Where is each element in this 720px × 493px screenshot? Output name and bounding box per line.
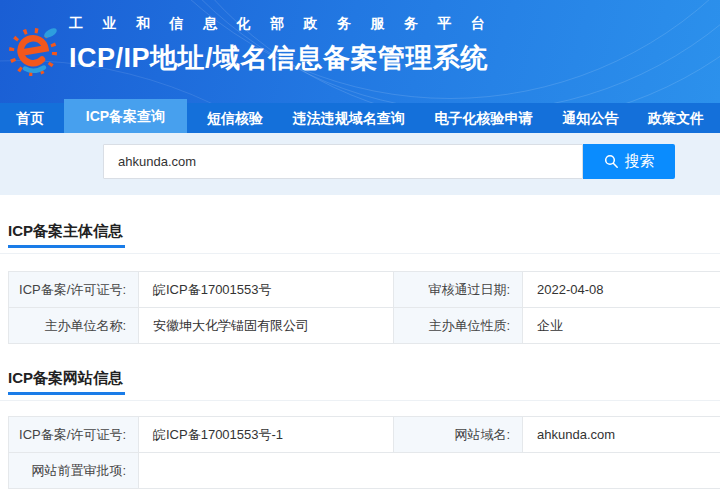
nav-item-policy-documents[interactable]: 政策文件 (638, 103, 714, 133)
table-row: ICP备案/许可证号: 皖ICP备17001553号-1 网站域名: ahkun… (9, 417, 720, 453)
masthead-titles: 工业和信息化部政务服务平台 ICP/IP地址/域名信息备案管理系统 (69, 15, 505, 76)
table-row: ICP备案/许可证号: 皖ICP备17001553号 审核通过日期: 2022-… (9, 272, 720, 308)
field-value-website-icp-license: 皖ICP备17001553号-1 (139, 417, 394, 453)
page: 工业和信息化部政务服务平台 ICP/IP地址/域名信息备案管理系统 首页 ICP… (0, 0, 720, 489)
system-title: ICP/IP地址/域名信息备案管理系统 (69, 40, 505, 76)
nav-item-icp-record-query[interactable]: ICP备案查询 (64, 99, 187, 133)
subject-section-title: ICP备案主体信息 (8, 222, 125, 248)
subject-info-table: ICP备案/许可证号: 皖ICP备17001553号 审核通过日期: 2022-… (8, 271, 720, 344)
field-value-website-domain: ahkunda.com (523, 417, 720, 453)
magnifier-icon (604, 154, 619, 169)
field-value-organizer-nature: 企业 (523, 308, 720, 344)
field-value-review-date: 2022-04-08 (523, 272, 720, 308)
website-info-table: ICP备案/许可证号: 皖ICP备17001553号-1 网站域名: ahkun… (8, 416, 720, 489)
search-input[interactable] (103, 144, 583, 179)
field-label-icp-license: ICP备案/许可证号: (9, 272, 139, 308)
nav-item-home[interactable]: 首页 (6, 103, 54, 133)
table-row: 网站前置审批项: (9, 453, 720, 489)
platform-title: 工业和信息化部政务服务平台 (69, 15, 505, 33)
miit-gear-e-logo-icon (8, 22, 60, 80)
nav-item-sms-verification[interactable]: 短信核验 (197, 103, 273, 133)
nav-item-illegal-domain-query[interactable]: 违法违规域名查询 (283, 103, 415, 133)
field-label-organizer-nature: 主办单位性质: (394, 308, 523, 344)
field-label-pre-approval-item: 网站前置审批项: (9, 453, 139, 489)
field-label-review-date: 审核通过日期: (394, 272, 523, 308)
website-section-title: ICP备案网站信息 (8, 369, 125, 395)
field-label-website-domain: 网站域名: (394, 417, 523, 453)
website-section-head: ICP备案网站信息 (0, 344, 720, 401)
main-nav: 首页 ICP备案查询 短信核验 违法违规域名查询 电子化核验申请 通知公告 政策… (0, 103, 720, 133)
field-value-icp-license: 皖ICP备17001553号 (139, 272, 394, 308)
field-value-pre-approval-item (139, 453, 720, 489)
field-label-organizer-name: 主办单位名称: (9, 308, 139, 344)
field-value-organizer-name: 安徽坤大化学锚固有限公司 (139, 308, 394, 344)
search-band: 搜索 (0, 133, 720, 195)
table-row: 主办单位名称: 安徽坤大化学锚固有限公司 主办单位性质: 企业 (9, 308, 720, 344)
field-label-website-icp-license: ICP备案/许可证号: (9, 417, 139, 453)
subject-section-head: ICP备案主体信息 (0, 195, 720, 254)
search-button[interactable]: 搜索 (583, 144, 675, 179)
nav-item-notices[interactable]: 通知公告 (552, 103, 628, 133)
site-header: 工业和信息化部政务服务平台 ICP/IP地址/域名信息备案管理系统 (0, 0, 720, 103)
search-button-label: 搜索 (625, 152, 655, 171)
main-content: ICP备案主体信息 ICP备案/许可证号: 皖ICP备17001553号 审核通… (0, 195, 720, 489)
nav-item-e-verification-apply[interactable]: 电子化核验申请 (424, 103, 542, 133)
